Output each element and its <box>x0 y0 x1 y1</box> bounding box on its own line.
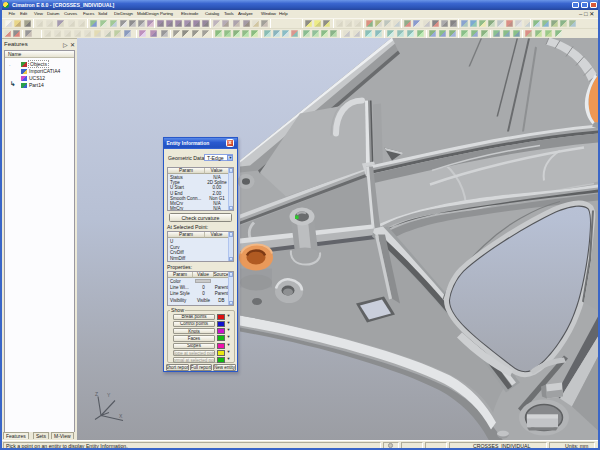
svg-text:Z: Z <box>95 390 98 396</box>
